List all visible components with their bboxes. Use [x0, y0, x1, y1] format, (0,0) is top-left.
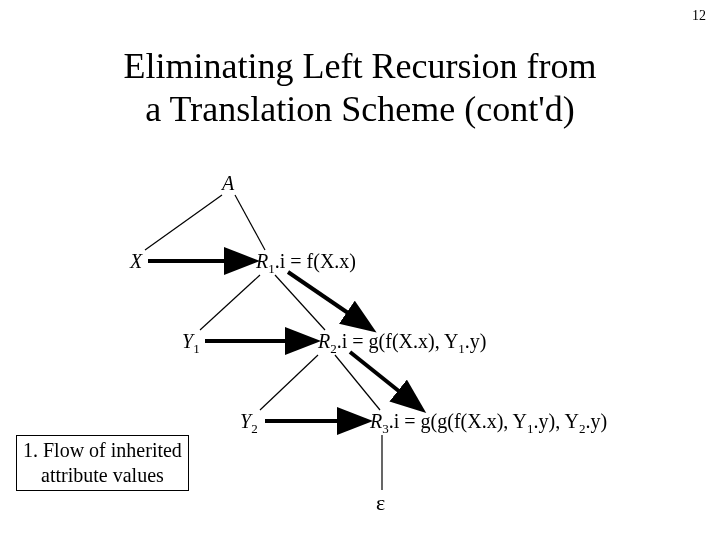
caption-line2: attribute values — [41, 464, 164, 486]
title-line-2: a Translation Scheme (cont'd) — [145, 89, 574, 129]
node-R1: R1.i = f(X.x) — [256, 250, 356, 277]
r1-expr: .i = f(X.x) — [275, 250, 356, 272]
flow-arrow-R1-R2 — [288, 272, 370, 328]
edge-R2-R3 — [335, 355, 380, 410]
r3-expr2: .y), Y — [534, 410, 579, 432]
page-number: 12 — [692, 8, 706, 24]
edge-R1-R2 — [275, 275, 325, 330]
caption-line1: 1. Flow of inherited — [23, 439, 182, 461]
r1-letter: R — [256, 250, 268, 272]
edge-A-R1 — [235, 195, 265, 250]
edge-R2-Y2 — [260, 355, 318, 410]
y2-letter: Y — [240, 410, 251, 432]
node-Y2: Y2 — [240, 410, 258, 437]
r3-letter: R — [370, 410, 382, 432]
r2-letter: R — [318, 330, 330, 352]
edge-A-X — [145, 195, 222, 250]
y2-sub: 2 — [251, 421, 258, 436]
y1-sub: 1 — [193, 341, 200, 356]
r2-expr1: .i = g(f(X.x), Y — [337, 330, 459, 352]
node-R2: R2.i = g(f(X.x), Y1.y) — [318, 330, 487, 357]
node-epsilon: ε — [376, 490, 385, 516]
node-R3: R3.i = g(g(f(X.x), Y1.y), Y2.y) — [370, 410, 607, 437]
r3-expr3: .y) — [585, 410, 607, 432]
title-line-1: Eliminating Left Recursion from — [124, 46, 597, 86]
y1-letter: Y — [182, 330, 193, 352]
r3-expr1: .i = g(g(f(X.x), Y — [389, 410, 527, 432]
slide-title: Eliminating Left Recursion from a Transl… — [0, 45, 720, 131]
edge-R1-Y1 — [200, 275, 260, 330]
caption-box: 1. Flow of inherited attribute values — [16, 435, 189, 491]
node-X: X — [130, 250, 142, 273]
node-Y1: Y1 — [182, 330, 200, 357]
node-A: A — [222, 172, 234, 195]
flow-arrow-R2-R3 — [350, 352, 420, 408]
r2-expr2: .y) — [465, 330, 487, 352]
